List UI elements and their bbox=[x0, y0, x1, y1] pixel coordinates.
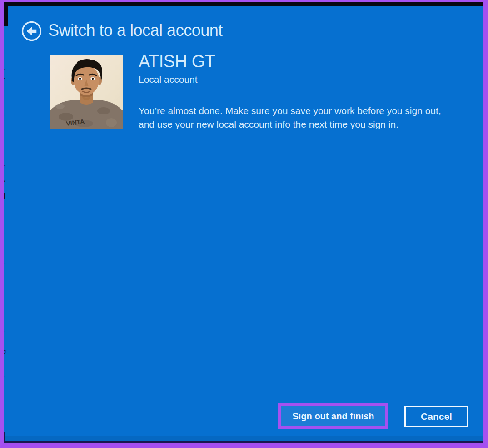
background-text-fragment: t bbox=[3, 112, 5, 117]
signout-description: You’re almost done. Make sure you save y… bbox=[139, 104, 444, 131]
background-text-fragment: - bbox=[3, 75, 5, 80]
background-text-fragment: - bbox=[3, 121, 5, 126]
background-text-fragment: t bbox=[3, 164, 5, 169]
background-text-fragment: s bbox=[3, 178, 6, 183]
back-button[interactable] bbox=[21, 20, 42, 42]
background-text-fragment: : bbox=[3, 328, 5, 333]
account-type-label: Local account bbox=[139, 74, 198, 85]
cancel-button[interactable]: Cancel bbox=[404, 406, 468, 427]
dialog-switch-local-account: Switch to a local account VINTA bbox=[0, 0, 488, 448]
background-text-fragment: g bbox=[3, 349, 6, 354]
window-frame-top-edge bbox=[4, 2, 483, 6]
background-text-fragment: r bbox=[3, 374, 5, 379]
background-text-fragment: ▌ bbox=[3, 194, 7, 199]
back-arrow-icon bbox=[21, 20, 42, 42]
window-frame-left-corner bbox=[4, 2, 8, 26]
background-text-fragment: : bbox=[3, 231, 5, 236]
background-text-fragment: s bbox=[3, 66, 6, 71]
avatar: VINTA bbox=[50, 55, 123, 129]
window-frame-bottom-line bbox=[4, 441, 483, 443]
account-name: ATISH GT bbox=[139, 52, 215, 71]
background-text-fragment: ▏ bbox=[3, 281, 7, 286]
background-text-fragment: : bbox=[3, 259, 5, 264]
page-title: Switch to a local account bbox=[48, 21, 223, 40]
annotation-highlight-box: Sign out and finish bbox=[278, 403, 388, 429]
sign-out-and-finish-button[interactable]: Sign out and finish bbox=[281, 406, 385, 426]
avatar-photo: VINTA bbox=[50, 55, 123, 129]
window-frame-bottom-left-line bbox=[4, 432, 5, 443]
